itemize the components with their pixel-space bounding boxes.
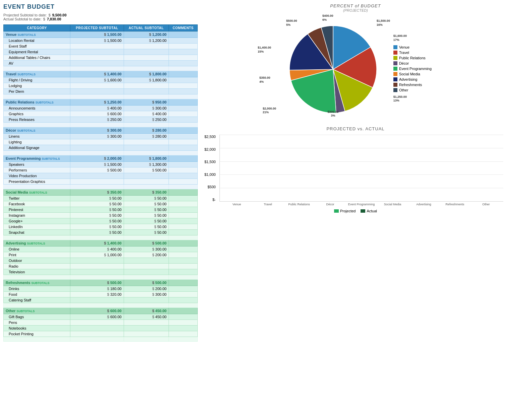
item-projected — [70, 331, 124, 337]
item-projected — [70, 269, 124, 275]
bar-label: Public Relations — [283, 203, 315, 206]
table-row: Lighting — [4, 139, 198, 145]
legend-label: Other — [399, 88, 408, 92]
item-projected — [70, 139, 124, 145]
actual-subtotal: $ 950.00 — [124, 99, 169, 106]
pie-chart-title: PERCENT of BUDGET — [279, 3, 432, 8]
item-comments — [169, 179, 197, 185]
item-projected: $ 180.00 — [70, 286, 124, 292]
actual-subtotal: $ 500.00 — [124, 280, 169, 286]
legend-label: Public Relations — [399, 56, 426, 60]
item-actual — [124, 61, 169, 66]
subtotals-label: SUBTOTALS — [36, 101, 54, 104]
table-row: Graphics$ 600.00$ 400.00 — [4, 111, 198, 117]
category-name: Travel — [6, 72, 16, 76]
category-row: Event Programming SUBTOTALS$ 2,000.00$ 1… — [4, 155, 198, 162]
table-row: Press Releases$ 250.00$ 250.00 — [4, 117, 198, 123]
item-actual — [124, 320, 169, 326]
item-actual — [124, 297, 169, 303]
legend-color-box — [393, 83, 397, 87]
table-row: Presentation Graphics — [4, 179, 198, 185]
category-name: Refreshments — [6, 281, 30, 285]
table-row: Radio — [4, 264, 198, 269]
item-name: Instagram — [4, 213, 70, 218]
legend-label: Venue — [399, 45, 409, 49]
item-comments — [169, 173, 197, 179]
item-projected: $ 1,000.00 — [70, 252, 124, 258]
empty-row — [4, 235, 198, 240]
actual-subtotal: $ 450.00 — [124, 308, 169, 314]
pie-label-decor-bottom: $300.003% — [328, 110, 339, 118]
pie-chart: $1,500.0016% $1,600.0017% $1,250.0013% $… — [279, 16, 387, 123]
comments-cell — [169, 31, 197, 38]
table-row: Additional Tables / Chairs — [4, 55, 198, 61]
category-row: Public Relations SUBTOTALS$ 1,250.00$ 95… — [4, 99, 198, 106]
comments-cell — [169, 155, 197, 162]
empty-row — [4, 151, 198, 155]
empty-row — [4, 275, 198, 280]
item-comments — [169, 286, 197, 292]
y-label-0: $- — [212, 198, 216, 202]
comments-cell — [169, 280, 197, 286]
pie-legend: VenueTravelPublic RelationsDécorEvent Pr… — [393, 45, 432, 93]
item-name: Pocket Printing — [4, 331, 70, 337]
legend-item-refreshments: Refreshments — [393, 83, 432, 87]
item-name: Online — [4, 247, 70, 252]
actual-subtotal: $ 280.00 — [124, 127, 169, 134]
item-projected: $ 300.00 — [70, 134, 124, 139]
projected-dollar: $ — [49, 13, 51, 17]
item-actual — [124, 269, 169, 275]
pie-label-advertising: $1,400.0015% — [258, 46, 271, 54]
bar-label: Event Programming — [346, 203, 377, 206]
comments-cell — [169, 240, 197, 247]
pie-chart-subtitle: (PROJECTED) — [279, 8, 432, 12]
item-projected — [70, 297, 124, 303]
bar-label: Refreshments — [439, 203, 470, 206]
item-actual — [124, 55, 169, 61]
table-row: Per Diem — [4, 89, 198, 94]
table-row: AV — [4, 61, 198, 66]
item-name: Gift Bags — [4, 314, 70, 320]
bar-chart-title: PROJECTED vs. ACTUAL — [204, 126, 507, 131]
item-comments — [169, 230, 197, 235]
table-row: Lodging — [4, 83, 198, 89]
bar-label: Other — [470, 203, 502, 206]
subtotals-label: SUBTOTALS — [27, 242, 45, 245]
bar-label: Travel — [252, 203, 283, 206]
item-actual: $ 500.00 — [124, 167, 169, 173]
legend-color-box — [393, 72, 397, 76]
item-projected: $ 1,600.00 — [70, 77, 124, 83]
legend-item-social-media: Social Media — [393, 72, 432, 76]
comments-cell — [169, 71, 197, 77]
category-row: Décor SUBTOTALS$ 300.00$ 280.00 — [4, 127, 198, 134]
projected-subtotal: $ 2,000.00 — [70, 155, 124, 162]
table-row: LinkedIn$ 50.00$ 50.00 — [4, 224, 198, 230]
pie-label-social: $350.004% — [259, 76, 270, 84]
item-name: Performers — [4, 167, 70, 173]
item-comments — [169, 89, 197, 94]
item-actual: $ 200.00 — [124, 252, 169, 258]
actual-dollar: $ — [43, 17, 45, 21]
legend-item-advertising: Advertising — [393, 77, 432, 81]
table-row: Catering Staff — [4, 297, 198, 303]
item-name: AV — [4, 61, 70, 66]
legend-color-box — [393, 88, 397, 92]
category-row: Advertising SUBTOTALS$ 1,400.00$ 500.00 — [4, 240, 198, 247]
item-comments — [169, 106, 197, 111]
item-actual: $ 1,300.00 — [124, 162, 169, 167]
category-name: Décor — [6, 128, 16, 132]
comments-cell — [169, 308, 197, 314]
item-comments — [169, 297, 197, 303]
item-name: Notebooks — [4, 326, 70, 331]
item-name: Drinks — [4, 286, 70, 292]
budget-table: CATEGORYPROJECTED SUBTOTALACTUAL SUBTOTA… — [3, 24, 198, 342]
table-row: Flight / Driving$ 1,600.00$ 1,800.00 — [4, 77, 198, 83]
y-label-500: $500 — [207, 185, 215, 189]
category-name: Event Programming — [6, 156, 41, 160]
subtotals-label: SUBTOTALS — [17, 73, 36, 76]
legend-label: Refreshments — [399, 83, 422, 87]
item-name: Lighting — [4, 139, 70, 145]
item-name: Linens — [4, 134, 70, 139]
subtotals-label: SUBTOTALS — [31, 281, 49, 285]
item-actual — [124, 49, 169, 55]
